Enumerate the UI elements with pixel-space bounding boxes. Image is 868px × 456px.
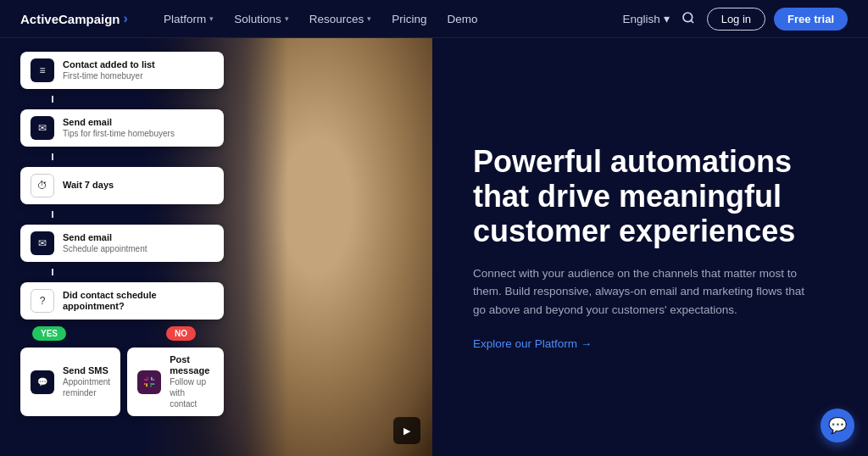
- nav-item-platform[interactable]: Platform ▾: [155, 0, 222, 38]
- play-button[interactable]: [393, 417, 420, 444]
- explore-platform-link[interactable]: Explore our Platform →: [473, 337, 827, 350]
- automation-card-2: ✉ Send email Tips for first-time homebuy…: [20, 109, 224, 147]
- email-icon: ✉: [31, 116, 54, 140]
- language-label: English: [622, 13, 659, 25]
- hero-left-panel: ≡ Contact added to list First-time homeb…: [0, 38, 432, 456]
- logo-arrow: ›: [124, 11, 128, 26]
- logo-text: ActiveCampaign: [20, 12, 120, 26]
- svg-point-0: [683, 13, 693, 22]
- nav-item-demo[interactable]: Demo: [438, 0, 486, 38]
- card-title-1: Contact added to list: [63, 59, 155, 70]
- connector-line: [52, 211, 53, 218]
- chevron-down-icon: ▾: [367, 14, 371, 23]
- automation-card-post: Post message Follow up with contact: [127, 348, 224, 416]
- navigation: ActiveCampaign › Platform ▾ Solutions ▾ …: [0, 0, 868, 38]
- bottom-cards-row: 💬 Send SMS Appointment reminder: [20, 348, 224, 416]
- slack-logo-icon: [143, 376, 155, 388]
- chevron-down-icon: ▾: [664, 12, 670, 25]
- login-button[interactable]: Log in: [707, 8, 765, 31]
- card-sub-4: Schedule appointment: [63, 243, 147, 254]
- nav-item-pricing[interactable]: Pricing: [383, 0, 435, 38]
- post-title: Post message: [170, 354, 214, 376]
- clock-icon: ⏱: [31, 174, 54, 197]
- sms-sub: Appointment reminder: [63, 376, 110, 398]
- search-icon: [682, 11, 695, 25]
- free-trial-button[interactable]: Free trial: [774, 8, 848, 31]
- card-title-5: Did contact schedule appointment?: [63, 290, 214, 312]
- nav-links: Platform ▾ Solutions ▾ Resources ▾ Prici…: [155, 0, 623, 38]
- chat-widget-button[interactable]: [821, 409, 854, 442]
- chevron-down-icon: ▾: [209, 14, 214, 23]
- hero-right-panel: Powerful automations that drive meaningf…: [432, 38, 868, 456]
- card-sub-1: First-time homebuyer: [63, 70, 155, 81]
- card-title-2: Send email: [63, 117, 175, 128]
- connector-line: [52, 269, 53, 275]
- automation-card-3: ⏱ Wait 7 days: [20, 167, 224, 204]
- language-selector[interactable]: English ▾: [622, 12, 669, 25]
- post-sub: Follow up with contact: [170, 376, 214, 409]
- automation-card-sms: 💬 Send SMS Appointment reminder: [20, 348, 120, 416]
- connector-line: [52, 96, 53, 103]
- automation-card-1: ≡ Contact added to list First-time homeb…: [20, 52, 224, 89]
- slack-icon: [137, 370, 161, 394]
- nav-right: English ▾ Log in Free trial: [622, 8, 848, 31]
- list-icon: ≡: [31, 58, 54, 82]
- card-title-4: Send email: [63, 232, 147, 243]
- sms-title: Send SMS: [63, 365, 110, 376]
- logo[interactable]: ActiveCampaign ›: [20, 11, 128, 26]
- hero-title: Powerful automations that drive meaningf…: [473, 144, 827, 249]
- search-button[interactable]: [678, 8, 698, 31]
- no-badge: NO: [166, 326, 196, 341]
- yes-no-row: YES NO: [32, 326, 224, 341]
- card-sub-2: Tips for first-time homebuyers: [63, 128, 175, 139]
- question-icon: ?: [31, 289, 54, 313]
- card-title-3: Wait 7 days: [63, 180, 114, 191]
- automation-card-5: ? Did contact schedule appointment?: [20, 282, 224, 320]
- automation-flow: ≡ Contact added to list First-time homeb…: [20, 52, 224, 416]
- connector-line: [52, 153, 53, 160]
- sms-icon: 💬: [31, 370, 54, 394]
- hero-section: ≡ Contact added to list First-time homeb…: [0, 38, 868, 456]
- nav-item-resources[interactable]: Resources ▾: [301, 0, 381, 38]
- automation-card-4: ✉ Send email Schedule appointment: [20, 225, 224, 262]
- nav-item-solutions[interactable]: Solutions ▾: [225, 0, 298, 38]
- yes-badge: YES: [32, 326, 66, 341]
- hero-subtitle: Connect with your audience on the channe…: [473, 264, 812, 320]
- svg-line-1: [691, 20, 693, 23]
- email-icon-2: ✉: [31, 231, 54, 255]
- chevron-down-icon: ▾: [285, 14, 289, 23]
